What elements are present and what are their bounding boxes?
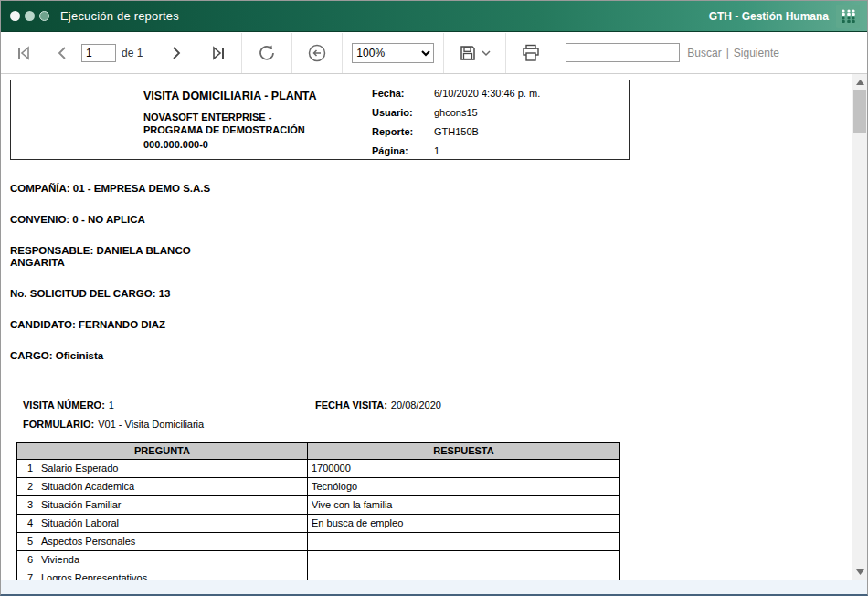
app-window: Ejecución de reportes GTH - Gestión Huma… — [0, 0, 868, 596]
first-page-button[interactable] — [10, 42, 37, 64]
field-cargo: CARGO: Oficinista — [10, 350, 852, 363]
scrollbar-thumb[interactable] — [853, 90, 866, 133]
pregunta-cell: Salario Esperado — [37, 459, 308, 477]
find-links-separator: | — [726, 47, 729, 59]
table-row: 4 Situación Laboral En busca de empleo — [17, 514, 620, 532]
report-viewport: VISITA DOMICILIARIA - PLANTA NOVASOFT EN… — [1, 74, 867, 580]
app-badge: GTH - Gestión Humana — [709, 10, 829, 23]
formulario-value: V01 - Visita Domiciliaria — [98, 419, 204, 430]
pregunta-cell: Logros Representativos — [37, 569, 308, 580]
pregunta-cell: Situación Academica — [37, 477, 308, 495]
back-arrow-icon — [307, 43, 327, 63]
row-number: 7 — [17, 569, 37, 580]
save-export-button[interactable] — [453, 40, 496, 66]
meta-label: Usuario: — [372, 107, 434, 126]
field-convenio: CONVENIO: 0 - NO APLICA — [10, 214, 852, 227]
meta-value: 6/10/2020 4:30:46 p. m. — [434, 88, 540, 107]
pregunta-cell: Aspectos Personales — [37, 532, 308, 550]
pregunta-cell: Situación Familiar — [37, 495, 308, 514]
toolbar-divider — [505, 33, 506, 73]
report-page: VISITA DOMICILIARIA - PLANTA NOVASOFT EN… — [1, 74, 852, 580]
table-row: 1 Salario Esperado 1700000 — [17, 459, 620, 477]
respuesta-cell: En busca de empleo — [308, 514, 620, 532]
window-control-dot-1[interactable] — [10, 11, 20, 21]
print-button[interactable] — [515, 40, 546, 66]
field-compania: COMPAÑÍA: 01 - EMPRESA DEMO S.A.S — [10, 183, 852, 196]
respuesta-cell: Vive con la familia — [308, 495, 620, 514]
toolbar-divider — [291, 33, 292, 73]
refresh-button[interactable] — [251, 39, 282, 67]
search-input[interactable] — [566, 43, 680, 62]
visita-numero-value: 1 — [109, 399, 114, 410]
siguiente-link[interactable]: Siguiente — [734, 47, 779, 59]
respuesta-cell — [308, 550, 620, 569]
report-meta: Fecha: 6/10/2020 4:30:46 p. m. Usuario: … — [372, 88, 540, 154]
bottom-strip — [1, 580, 867, 594]
scroll-up-button[interactable] — [852, 74, 867, 90]
scroll-down-button[interactable] — [852, 564, 867, 580]
table-row: 7 Logros Representativos — [17, 569, 620, 580]
field-responsable: RESPONSABLE: DANIELA BLANCO ANGARITA — [10, 245, 238, 271]
zoom-select[interactable]: 100% — [352, 43, 434, 63]
window-controls — [10, 11, 49, 21]
toolbar-divider — [241, 33, 242, 73]
refresh-icon — [257, 43, 277, 63]
row-number: 6 — [17, 550, 37, 569]
visita-section: VISITA NÚMERO: 1 FECHA VISITA: 20/08/202… — [23, 399, 852, 430]
page-number-input[interactable] — [81, 44, 116, 62]
meta-label: Página: — [372, 145, 434, 165]
toolbar-divider — [789, 33, 789, 73]
table-row: 3 Situación Familiar Vive con la familia — [17, 495, 620, 514]
report-company-code: 000.000.000-0 — [143, 139, 361, 150]
row-number: 4 — [17, 514, 37, 532]
last-page-button[interactable] — [205, 42, 232, 64]
toolbar-divider — [556, 33, 556, 73]
preguntas-table: PREGUNTA RESPUESTA 1 Salario Esperado 17… — [16, 442, 620, 580]
window-control-dot-2[interactable] — [25, 11, 35, 21]
previous-page-icon — [56, 46, 69, 60]
scroll-down-icon — [856, 569, 864, 575]
next-page-icon — [170, 46, 183, 60]
meta-value: GTH150B — [434, 126, 540, 145]
formulario-label: FORMULARIO: — [23, 419, 94, 430]
table-row: 6 Vivienda — [17, 550, 620, 569]
meta-value: ghcons15 — [434, 107, 540, 126]
report-subtitle-2: PROGRAMA DE DEMOSTRACIÓN — [143, 123, 361, 136]
table-row: 5 Aspectos Personales — [17, 532, 620, 550]
meta-label: Reporte: — [372, 126, 434, 145]
buscar-link[interactable]: Buscar — [687, 47, 721, 59]
row-number: 3 — [17, 495, 37, 514]
visita-numero-label: VISITA NÚMERO: — [23, 399, 105, 410]
respuesta-cell: 1700000 — [308, 459, 620, 477]
respuesta-cell — [308, 569, 620, 580]
meta-label: Fecha: — [372, 88, 434, 107]
pregunta-cell: Situación Laboral — [37, 514, 308, 532]
respuesta-cell: Tecnólogo — [308, 477, 620, 495]
report-toolbar: de 1 100% — [1, 32, 867, 74]
meta-value: 1 — [434, 145, 540, 165]
print-icon — [521, 44, 541, 62]
previous-page-button[interactable] — [50, 42, 74, 64]
back-button[interactable] — [302, 39, 333, 67]
pregunta-cell: Vivienda — [37, 550, 308, 569]
vertical-scrollbar[interactable] — [852, 74, 867, 580]
scroll-up-icon — [856, 80, 864, 85]
scrollbar-track[interactable] — [852, 133, 867, 564]
fecha-visita-value: 20/08/2020 — [391, 399, 441, 410]
save-icon — [459, 44, 477, 62]
report-subtitle-1: NOVASOFT ENTERPRISE - — [143, 111, 361, 123]
page-count-label: de 1 — [122, 47, 143, 59]
titlebar: Ejecución de reportes GTH - Gestión Huma… — [1, 1, 867, 32]
row-number: 1 — [17, 459, 37, 477]
respuesta-cell — [308, 532, 620, 550]
window-control-dot-3[interactable] — [39, 11, 49, 21]
next-page-button[interactable] — [164, 42, 188, 64]
row-number: 2 — [17, 477, 37, 495]
logo-placeholder — [11, 88, 143, 154]
row-number: 5 — [17, 532, 37, 550]
window-title: Ejecución de reportes — [60, 9, 179, 23]
fecha-visita-label: FECHA VISITA: — [315, 399, 387, 410]
table-header-row: PREGUNTA RESPUESTA — [17, 442, 620, 459]
pregunta-header: PREGUNTA — [17, 442, 308, 459]
report-fields: COMPAÑÍA: 01 - EMPRESA DEMO S.A.S CONVEN… — [10, 172, 852, 381]
